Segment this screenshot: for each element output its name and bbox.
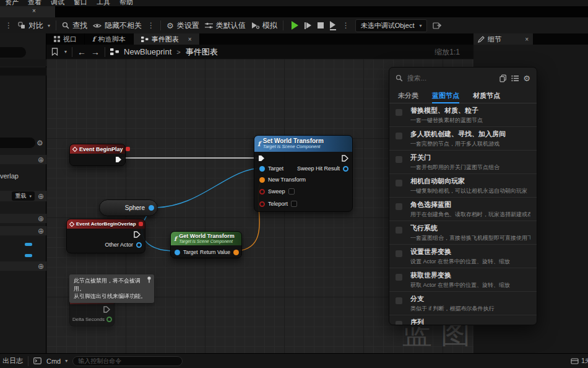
library-tab[interactable]: 材质节点 (473, 89, 500, 103)
sphere-output-pin[interactable] (149, 205, 154, 211)
list-view-icon[interactable] (511, 75, 519, 82)
pin-return-value[interactable]: Return Value (200, 249, 239, 255)
tab-event-graph[interactable]: 事件图表 × (134, 33, 200, 45)
tab-construction-script[interactable]: f 构造脚本 (85, 33, 134, 45)
output-log-button[interactable]: 出日志 (2, 356, 23, 366)
node-sphere-variable[interactable]: Sphere (99, 199, 158, 216)
find-button[interactable]: 查找 (62, 20, 87, 31)
section-header-row[interactable]: ⊕ (0, 155, 46, 164)
content-drawer-icon (571, 357, 579, 365)
library-item[interactable]: 获取世界变换 获取 Actor 在世界中的位置、旋转、缩放 (389, 268, 537, 292)
gear-icon[interactable]: ⚙ (37, 139, 43, 147)
node-get-world-transform[interactable]: f Get World Transform Target is Scene Co… (170, 231, 242, 258)
library-item[interactable]: 角色选择蓝图 用于在创建角色、读取存档时，玩家选择新建或存档中不同角色的蓝图 (389, 198, 537, 221)
pin-teleport[interactable]: Teleport (259, 201, 297, 207)
library-item[interactable]: 分支 类似于 if 判断，根据布尔条件执行 (389, 292, 537, 315)
menu-item[interactable]: 窗口 (74, 0, 87, 6)
function-section-row[interactable]: 重载 ▾ ⊕ (0, 191, 46, 201)
pin-icon[interactable] (147, 276, 152, 283)
play-button[interactable] (292, 21, 298, 30)
section-header-row[interactable]: ⊕ (0, 214, 46, 223)
library-item[interactable]: 序列 同时执行多个流程 (389, 315, 537, 325)
search-input-fragment[interactable] (0, 138, 35, 148)
bookmark-icon[interactable] (51, 48, 58, 56)
blueprint-window-tab[interactable]: × (0, 6, 56, 17)
library-item[interactable]: 相机自动朝向玩家 一键复制给相机，可以让相机永远自动朝向玩家 (389, 174, 537, 198)
console-command-input[interactable] (72, 356, 183, 366)
play-options-kebab-icon[interactable]: ⋮ (342, 21, 350, 30)
add-icon[interactable]: ⊕ (38, 263, 44, 270)
pin-new-transform[interactable]: New Transform (259, 177, 306, 183)
list-row-fragment[interactable] (0, 59, 46, 66)
pin-other-actor[interactable]: Other Actor (105, 242, 142, 248)
hide-unrelated-options-kebab-icon[interactable]: ⋮ (147, 21, 155, 30)
add-icon[interactable]: ⊕ (38, 156, 44, 164)
back-arrow-button[interactable]: ← (77, 47, 86, 57)
menu-item[interactable]: 工具 (97, 0, 110, 6)
pin-target[interactable]: Target (175, 249, 198, 255)
close-icon[interactable]: × (525, 36, 529, 43)
class-defaults-button[interactable]: 类默认值 (205, 20, 246, 31)
breadcrumb-current[interactable]: 事件图表 (186, 46, 218, 58)
library-tab[interactable]: 未分类 (398, 89, 418, 103)
forward-arrow-button[interactable]: → (91, 47, 100, 57)
list-row-fragment[interactable] (0, 68, 46, 76)
stop-button[interactable] (318, 22, 324, 28)
gear-icon[interactable]: ⚙ (523, 74, 530, 83)
node-set-world-transform[interactable]: f Set World Transform Target is Scene Co… (254, 135, 353, 212)
exec-in-pin[interactable] (258, 155, 265, 162)
copy-icon[interactable] (499, 74, 507, 82)
add-icon[interactable]: ⊕ (38, 227, 44, 235)
pin-target[interactable]: Target (259, 165, 283, 172)
menu-item[interactable]: 查看 (28, 0, 41, 6)
close-icon[interactable]: × (188, 36, 192, 43)
hide-unrelated-button[interactable]: 隐藏不相关 (93, 20, 142, 31)
close-icon[interactable]: × (32, 7, 36, 14)
eject-button[interactable] (330, 21, 336, 30)
class-settings-button[interactable]: ⚙ 类设置 (166, 20, 199, 31)
tab-viewport[interactable]: 视口 (46, 33, 85, 45)
variable-type-icon[interactable] (25, 254, 32, 257)
override-dropdown[interactable]: 重载 ▾ (12, 191, 35, 201)
section-header-row[interactable]: ⊕ (0, 261, 46, 271)
node-event-beginplay[interactable]: Event BeginPlay (69, 144, 126, 166)
debug-object-dropdown[interactable]: 未选中调试Object ▾ (355, 19, 428, 32)
search-input-fragment[interactable] (0, 47, 26, 58)
exec-out-pin[interactable] (342, 155, 348, 162)
exec-out-pin[interactable] (115, 156, 122, 163)
object-wire-sphere-to-set[interactable] (154, 168, 263, 208)
add-icon[interactable]: ⊕ (38, 193, 44, 200)
unsaved-indicator[interactable]: 1未 (571, 356, 588, 366)
library-item[interactable]: 设置世界变换 设置 Actor 在世界中的位置、旋转、缩放 (389, 245, 537, 268)
tab-details[interactable]: 细节 × (473, 33, 533, 45)
add-icon[interactable]: ⊕ (38, 215, 44, 222)
library-item[interactable]: 飞行系统 一套蓝图组合，直接替换飞机模型即可直接使用飞行蓝图系统 (389, 221, 537, 245)
pin-delta-seconds[interactable]: Delta Seconds (72, 317, 112, 322)
exec-out-pin[interactable] (134, 231, 141, 238)
breadcrumb-root[interactable]: NewBlueprint (124, 47, 171, 56)
overflow-kebab-icon[interactable]: ⋮ (5, 21, 12, 30)
variable-type-icon[interactable] (25, 243, 32, 246)
menu-item[interactable]: 调试 (51, 0, 64, 6)
pin-sweep[interactable]: Sweep (259, 188, 295, 195)
browse-to-icon[interactable] (433, 22, 441, 29)
overlap-item-fragment[interactable]: verlap (0, 172, 19, 180)
chevron-down-icon[interactable]: ▾ (64, 49, 67, 55)
library-item[interactable]: 替换模型、材质、粒子 一套一键替换素材的蓝图节点 (389, 103, 537, 127)
node-event-actorbeginoverlap[interactable]: Event ActorBeginOverlap Other Actor (66, 219, 145, 253)
frame-skip-button[interactable] (305, 22, 311, 29)
library-tab[interactable]: 蓝图节点 (432, 89, 459, 103)
pin-sweep-hit-result[interactable]: Sweep Hit Result (297, 165, 348, 172)
library-item[interactable]: 多人联机创建、寻找、加入房间 一套完整的节点，用于多人联机游戏 (389, 127, 537, 151)
simulate-button[interactable]: 模拟 (251, 20, 277, 31)
diff-button[interactable]: 对比 ▾ (18, 20, 50, 31)
sweep-checkbox[interactable] (288, 188, 295, 195)
teleport-checkbox[interactable] (291, 201, 297, 207)
section-header-row[interactable]: ⊕ (0, 226, 46, 235)
menu-item[interactable]: 帮助 (119, 0, 133, 6)
library-item[interactable]: 开关门 一套开包即用的开关门蓝图节点组合 (389, 151, 537, 174)
exec-out-pin[interactable] (103, 306, 110, 313)
menu-item[interactable]: 资产 (5, 0, 19, 6)
library-search-input[interactable] (407, 74, 495, 82)
cmd-dropdown[interactable]: Cmd ▾ (46, 357, 67, 365)
